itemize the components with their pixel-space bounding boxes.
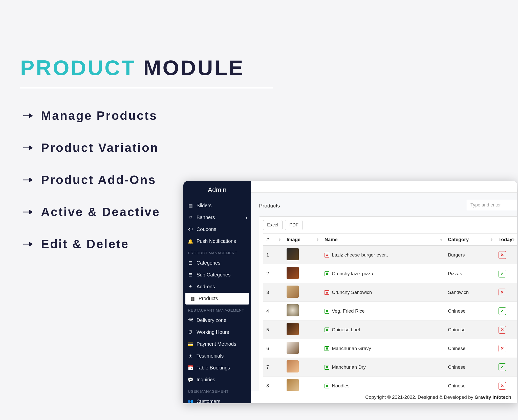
product-thumbnail[interactable] (287, 304, 299, 316)
col-image[interactable]: Image▲▼ (283, 234, 321, 246)
cell-name: Noodles (321, 377, 444, 391)
sidebar-item-working-hours[interactable]: ⏱Working Hours (183, 326, 251, 338)
table-row: 1 Laziz cheese burger ever.. Burgers ✕ (263, 246, 517, 264)
section-user-management: USER MANAGEMENT (183, 386, 251, 395)
sidebar-item-sliders[interactable]: ▤Sliders (183, 200, 251, 212)
sort-icon: ▲▼ (278, 238, 281, 241)
cell-image (283, 246, 321, 264)
table-row: 7 Manchurian Dry Chinese ✓ (263, 358, 517, 377)
sidebar-item-products[interactable]: ▦Products (185, 293, 249, 305)
sidebar-item-sub-categories[interactable]: ☰Sub Categories (183, 269, 251, 281)
active-status-button[interactable]: ✓ (499, 363, 506, 371)
veg-indicator-icon (325, 271, 329, 276)
table-row: 8 Noodles Chinese ✕ (263, 377, 517, 391)
inactive-status-button[interactable]: ✕ (499, 382, 506, 390)
feature-text: Product Add-Ons (41, 173, 156, 187)
sidebar-item-payment-methods[interactable]: 💳Payment Methods (183, 338, 251, 350)
product-thumbnail[interactable] (287, 379, 299, 391)
svg-marker-1 (29, 113, 33, 118)
sidebar-item-delivery-zone[interactable]: 🗺Delivery zone (183, 314, 251, 326)
sidebar-item-add-ons[interactable]: ±Add-ons (183, 281, 251, 293)
cell-image (283, 377, 321, 391)
footer-text: Copyright © 2021-2022. Designed & Develo… (365, 394, 473, 400)
sidebar-item-label: Categories (197, 260, 220, 266)
cell-index: 7 (263, 358, 283, 377)
sidebar-item-push-notifications[interactable]: 🔔Push Notifications (183, 235, 251, 247)
title-teal: PRODUCT (20, 56, 136, 80)
col-[interactable]: #▲▼ (263, 234, 283, 246)
product-thumbnail[interactable] (287, 342, 299, 354)
sidebar-item-label: Payment Methods (197, 341, 236, 347)
cell-image (283, 302, 321, 320)
footer: Copyright © 2021-2022. Designed & Develo… (251, 391, 517, 403)
payment-methods-icon: 💳 (188, 342, 193, 347)
sidebar-item-customers[interactable]: 👥Customers (183, 395, 251, 403)
cell-status: ✕ (495, 283, 517, 302)
push-notifications-icon: 🔔 (188, 239, 193, 244)
inactive-status-button[interactable]: ✕ (499, 289, 506, 296)
col-name[interactable]: Name▲▼ (321, 234, 444, 246)
cell-image (283, 264, 321, 283)
excel-button[interactable]: Excel (263, 220, 283, 230)
sidebar-item-testimonials[interactable]: ★Testimonials (183, 350, 251, 362)
active-status-button[interactable]: ✓ (499, 307, 506, 315)
products-table: #▲▼Image▲▼Name▲▼Category▲▼Today'▲▼ 1 Laz… (263, 234, 517, 391)
cell-name: Manchurian Dry (321, 358, 444, 377)
title-dark: MODULE (143, 56, 245, 80)
table-row: 2 Crunchy laziz pizza Pizzas ✓ (263, 264, 517, 283)
sort-icon: ▲▼ (440, 238, 442, 241)
product-thumbnail[interactable] (287, 248, 299, 260)
cell-image (283, 320, 321, 339)
sidebar-item-inquiries[interactable]: 💬Inquiries (183, 374, 251, 386)
sidebar-item-label: Delivery zone (197, 317, 226, 323)
sidebar: Admin ▤Sliders⧉Banners▾🏷Coupons🔔Push Not… (183, 181, 251, 403)
product-thumbnail[interactable] (287, 286, 299, 298)
content-area: Products Type and enter Excel PDF #▲▼Ima… (251, 193, 517, 391)
sidebar-item-table-bookings[interactable]: 📅Table Bookings (183, 362, 251, 374)
sidebar-item-label: Coupons (197, 226, 216, 232)
cell-category: Chinese (444, 302, 495, 320)
customers-icon: 👥 (188, 399, 193, 404)
sliders-icon: ▤ (188, 203, 193, 208)
pdf-button[interactable]: PDF (285, 220, 303, 230)
feature-item: Manage Products (23, 109, 160, 123)
inactive-status-button[interactable]: ✕ (499, 326, 506, 334)
feature-item: Edit & Delete (23, 237, 160, 251)
inactive-status-button[interactable]: ✕ (499, 345, 506, 352)
banners-icon: ⧉ (188, 215, 193, 220)
sidebar-item-label: Products (199, 296, 218, 301)
table-row: 4 Veg. Fried Rice Chinese ✓ (263, 302, 517, 320)
product-thumbnail[interactable] (287, 323, 299, 335)
cell-index: 4 (263, 302, 283, 320)
sidebar-item-label: Table Bookings (197, 365, 230, 371)
feature-text: Active & Deactive (41, 205, 160, 219)
search-input[interactable]: Type and enter (467, 200, 517, 210)
sidebar-item-coupons[interactable]: 🏷Coupons (183, 223, 251, 235)
chevron-down-icon: ▾ (246, 216, 247, 220)
product-thumbnail[interactable] (287, 360, 299, 372)
topbar (251, 181, 517, 193)
footer-link[interactable]: Gravity Infotech (474, 394, 511, 400)
veg-indicator-icon (325, 365, 329, 370)
sidebar-item-banners[interactable]: ⧉Banners▾ (183, 212, 251, 223)
nonveg-indicator-icon (325, 253, 329, 258)
cell-status: ✕ (495, 320, 517, 339)
cell-category: Burgers (444, 246, 495, 264)
col-category[interactable]: Category▲▼ (444, 234, 495, 246)
col-today[interactable]: Today'▲▼ (495, 234, 517, 246)
active-status-button[interactable]: ✓ (499, 270, 506, 277)
testimonials-icon: ★ (188, 354, 193, 359)
sidebar-item-categories[interactable]: ☰Categories (183, 257, 251, 269)
brand-label: Admin (183, 181, 251, 197)
svg-marker-9 (29, 242, 33, 246)
feature-item: Active & Deactive (23, 205, 160, 219)
product-thumbnail[interactable] (287, 267, 299, 279)
cell-category: Chinese (444, 320, 495, 339)
veg-indicator-icon (325, 384, 329, 388)
cell-category: Chinese (444, 377, 495, 391)
feature-item: Product Variation (23, 141, 160, 155)
cell-index: 5 (263, 320, 283, 339)
inactive-status-button[interactable]: ✕ (499, 251, 506, 259)
cell-index: 1 (263, 246, 283, 264)
svg-marker-3 (29, 146, 33, 150)
